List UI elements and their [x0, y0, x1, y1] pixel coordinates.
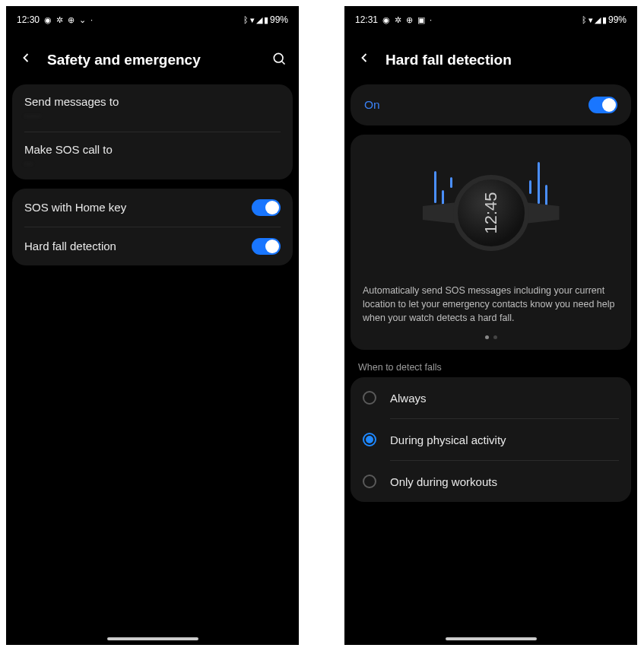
sos-call-item[interactable]: Make SOS call to ···	[12, 132, 293, 179]
status-bar: 12:30 ◉ ✲ ⊕ ⌄ · ᛒ ▾ ◢ ▮ 99%	[6, 11, 299, 29]
wave-icon	[538, 162, 540, 204]
fall-toggle[interactable]	[252, 238, 281, 255]
back-icon[interactable]	[18, 50, 33, 69]
radio-option-physical-activity[interactable]: During physical activity	[351, 419, 631, 460]
master-label: On	[364, 98, 380, 112]
nav-indicator[interactable]	[446, 637, 537, 640]
battery-text: 99%	[608, 14, 627, 25]
radio-label: Always	[390, 392, 427, 405]
slack-icon: ✲	[395, 15, 401, 25]
sos-home-toggle[interactable]	[252, 199, 281, 216]
screen-safety-emergency: 12:30 ◉ ✲ ⊕ ⌄ · ᛒ ▾ ◢ ▮ 99% Safety and e…	[6, 6, 299, 645]
bluetooth-icon: ᛒ	[582, 15, 587, 24]
master-toggle[interactable]	[588, 97, 617, 113]
dot-icon: ·	[430, 15, 432, 24]
watch-time: 12:45	[481, 192, 501, 233]
wave-icon	[450, 177, 452, 188]
wave-icon	[545, 185, 547, 206]
sos-call-label: Make SOS call to	[24, 143, 281, 156]
battery-icon: ▮	[264, 15, 268, 25]
section-subheader: When to detect falls	[344, 359, 637, 377]
svg-line-1	[282, 61, 285, 64]
fall-label: Hard fall detection	[24, 240, 116, 252]
app-icon: ⊕	[406, 15, 413, 25]
send-messages-item[interactable]: Send messages to ······	[12, 84, 293, 132]
radio-group-when: Always During physical activity Only dur…	[351, 377, 631, 502]
bluetooth-icon: ᛒ	[243, 15, 249, 24]
app-icon: ⊕	[68, 15, 75, 25]
sos-call-value: ···	[24, 157, 281, 169]
screen-fall-detection: 12:31 ◉ ✲ ⊕ ▣ · ᛒ ▾ ◢ ▮ 99% Hard fall de…	[344, 6, 637, 645]
dot-icon	[485, 335, 489, 339]
battery-icon: ▮	[602, 15, 607, 25]
more-icon: ⌄	[79, 15, 86, 25]
watch-illustration: 12:45	[363, 148, 619, 278]
radio-icon	[363, 433, 376, 446]
send-messages-value: ······	[24, 110, 281, 121]
sos-home-label: SOS with Home key	[24, 201, 126, 214]
radio-option-always[interactable]: Always	[351, 377, 631, 418]
description-text: Automatically send SOS messages includin…	[363, 284, 619, 325]
whatsapp-icon: ◉	[44, 15, 52, 25]
slack-icon: ✲	[56, 15, 63, 25]
page-title: Hard fall detection	[385, 52, 625, 68]
header: Hard fall detection	[344, 29, 637, 84]
battery-text: 99%	[270, 14, 288, 25]
header: Safety and emergency	[6, 29, 299, 84]
dot-icon: ·	[90, 15, 93, 24]
master-toggle-item[interactable]: On	[351, 84, 631, 125]
signal-icon: ◢	[595, 15, 601, 25]
dot-icon	[493, 335, 497, 339]
wifi-icon: ▾	[588, 15, 593, 25]
radio-icon	[363, 391, 376, 405]
master-toggle-card: On	[351, 84, 631, 125]
wave-icon	[442, 190, 444, 205]
send-messages-label: Send messages to	[24, 95, 281, 108]
wifi-icon: ▾	[250, 15, 255, 25]
toggles-card: SOS with Home key Hard fall detection	[12, 189, 293, 265]
sos-home-key-item[interactable]: SOS with Home key	[12, 189, 293, 227]
radio-label: During physical activity	[390, 433, 506, 446]
wave-icon	[529, 180, 531, 194]
contacts-card: Send messages to ······ Make SOS call to…	[12, 84, 293, 179]
back-icon[interactable]	[357, 50, 372, 69]
nav-indicator[interactable]	[107, 637, 198, 640]
search-icon[interactable]	[271, 51, 287, 69]
status-time: 12:31	[355, 14, 378, 25]
radio-option-workouts[interactable]: Only during workouts	[351, 461, 631, 502]
page-indicator[interactable]	[363, 335, 619, 339]
screenshot-icon: ▣	[417, 15, 425, 25]
watch-face-icon: 12:45	[453, 175, 529, 251]
radio-label: Only during workouts	[390, 475, 497, 488]
status-bar: 12:31 ◉ ✲ ⊕ ▣ · ᛒ ▾ ◢ ▮ 99%	[344, 11, 637, 29]
page-title: Safety and emergency	[47, 52, 258, 68]
whatsapp-icon: ◉	[382, 15, 390, 25]
wave-icon	[434, 171, 436, 203]
svg-point-0	[274, 53, 283, 62]
status-time: 12:30	[17, 14, 40, 25]
signal-icon: ◢	[256, 15, 262, 25]
radio-icon	[363, 475, 376, 488]
illustration-card[interactable]: 12:45 Automatically send SOS messages in…	[351, 135, 631, 350]
fall-detection-item[interactable]: Hard fall detection	[12, 227, 293, 265]
